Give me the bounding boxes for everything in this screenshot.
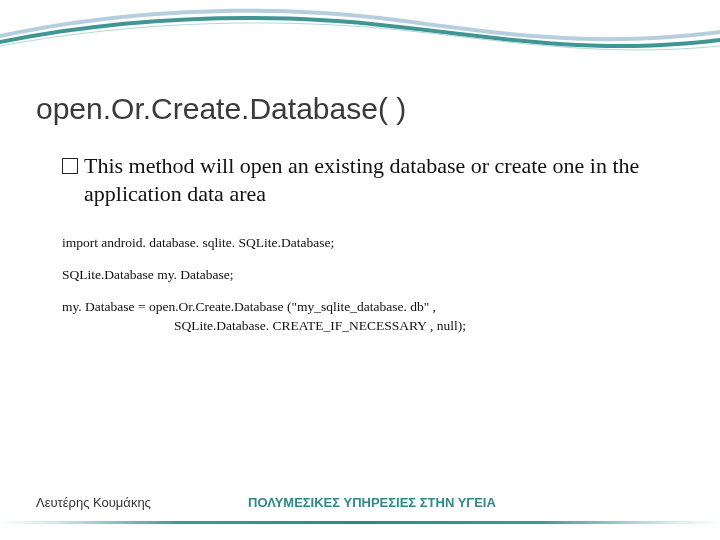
top-swoosh-decoration — [0, 0, 720, 70]
code-block: import android. database. sqlite. SQLite… — [62, 234, 670, 349]
code-line-call-1: my. Database = open.Or.Create.Database (… — [62, 298, 670, 316]
footer-subject: ΠΟΛΥΜΕΣΙΚΕΣ ΥΠΗΡΕΣΙΕΣ ΣΤΗΝ ΥΓΕΙΑ — [248, 495, 496, 510]
bullet-text: This method will open an existing databa… — [84, 152, 670, 208]
bottom-divider — [0, 521, 720, 524]
code-line-call-2: SQLite.Database. CREATE_IF_NECESSARY , n… — [62, 317, 670, 335]
footer-author: Λευτέρης Κουμάκης — [36, 495, 151, 510]
bullet-item: This method will open an existing databa… — [62, 152, 670, 208]
code-line-decl: SQLite.Database my. Database; — [62, 266, 670, 284]
body-content: This method will open an existing databa… — [62, 152, 670, 208]
slide: open.Or.Create.Database( ) This method w… — [0, 0, 720, 540]
code-line-import: import android. database. sqlite. SQLite… — [62, 234, 670, 252]
slide-title: open.Or.Create.Database( ) — [36, 92, 406, 126]
bullet-box-icon — [62, 158, 78, 174]
